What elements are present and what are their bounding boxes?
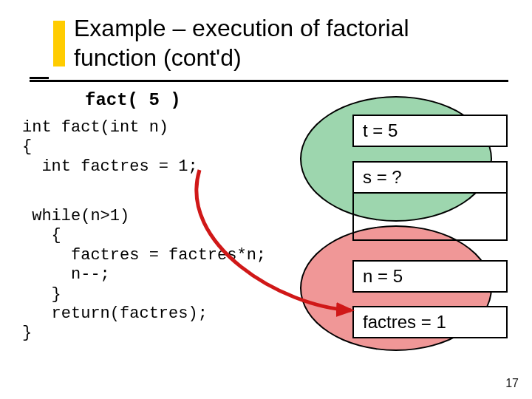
var-n-text: n = 5	[363, 266, 403, 287]
code-block-decl: int fact(int n) { int factres = 1;	[22, 118, 198, 177]
title-accent-bar	[53, 21, 65, 66]
var-box-spacer	[352, 194, 508, 241]
title-line-1: Example – execution of factorial	[74, 15, 409, 41]
var-box-factres: factres = 1	[352, 306, 508, 338]
function-call-label: fact( 5 )	[85, 90, 181, 110]
var-box-n: n = 5	[352, 260, 508, 293]
title-rule-stub	[30, 77, 49, 79]
slide-root: Example – execution of factorial functio…	[0, 0, 532, 399]
slide-title: Example – execution of factorial functio…	[74, 13, 409, 72]
page-number: 17	[505, 377, 519, 390]
title-rule	[30, 80, 508, 82]
var-s-text: s = ?	[363, 167, 402, 188]
title-line-2: function (cont'd)	[74, 44, 242, 71]
var-box-s: s = ?	[352, 161, 508, 194]
var-box-t: t = 5	[352, 115, 508, 147]
code-block-body: while(n>1) { factres = factres*n; n--; }…	[22, 207, 266, 344]
var-factres-text: factres = 1	[363, 312, 446, 332]
var-t-text: t = 5	[363, 120, 398, 141]
